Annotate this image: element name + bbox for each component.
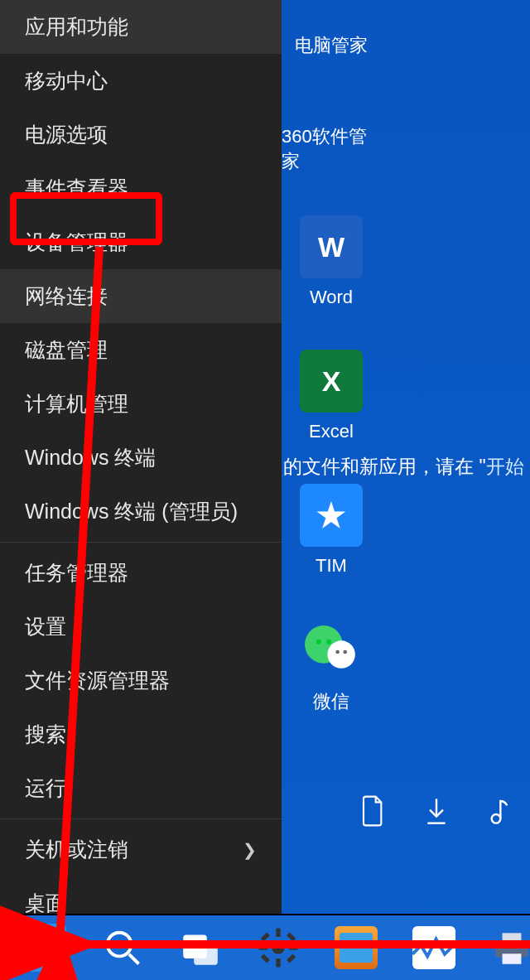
taskview-icon <box>179 926 222 969</box>
taskbar-taskview[interactable] <box>179 924 222 972</box>
svg-rect-13 <box>194 941 218 965</box>
menu-power-options[interactable]: 电源选项 <box>0 108 282 162</box>
svg-rect-15 <box>276 929 280 937</box>
svg-rect-17 <box>259 945 267 949</box>
start-link[interactable]: 开始 <box>486 456 524 477</box>
svg-rect-24 <box>503 933 522 943</box>
svg-rect-25 <box>503 953 522 963</box>
svg-rect-18 <box>289 945 297 949</box>
desktop-icon-label: 微信 <box>313 689 349 714</box>
menu-computer-management[interactable]: 计算机管理 <box>0 377 282 431</box>
taskbar <box>0 914 530 980</box>
menu-windows-terminal[interactable]: Windows 终端 <box>0 431 282 485</box>
system-tray <box>359 794 513 831</box>
menu-file-explorer[interactable]: 文件资源管理器 <box>0 654 282 707</box>
desktop-icon-tim[interactable]: ★ TIM <box>282 484 381 577</box>
menu-windows-terminal-admin[interactable]: Windows 终端 (管理员) <box>0 485 282 538</box>
desktop-icon-label: TIM <box>316 555 347 577</box>
svg-rect-21 <box>261 953 270 963</box>
desktop-icon-pcmanager[interactable]: 电脑管家 <box>282 0 381 58</box>
app-icon <box>335 926 378 969</box>
menu-task-manager[interactable]: 任务管理器 <box>0 546 282 600</box>
desktop-icon-label: Excel <box>309 421 354 442</box>
svg-rect-9 <box>26 950 43 967</box>
svg-point-4 <box>335 650 340 654</box>
menu-mobility-center[interactable]: 移动中心 <box>0 54 282 108</box>
chevron-right-icon: ❯ <box>243 840 257 860</box>
word-icon: W <box>318 231 344 263</box>
svg-point-14 <box>272 941 285 954</box>
svg-rect-19 <box>261 932 270 941</box>
svg-rect-16 <box>276 958 280 967</box>
search-icon <box>101 926 144 969</box>
desktop-icon-wechat[interactable]: 微信 <box>282 618 381 714</box>
svg-point-2 <box>316 640 321 644</box>
monitor-icon <box>412 926 455 969</box>
menu-search[interactable]: 搜索 <box>0 707 282 761</box>
desktop-icon-word[interactable]: W Word <box>282 215 381 308</box>
menu-settings[interactable]: 设置 <box>0 600 282 654</box>
menu-device-manager[interactable]: 设备管理器 <box>0 215 282 269</box>
svg-rect-7 <box>26 929 43 946</box>
svg-point-6 <box>492 814 501 823</box>
menu-disk-management[interactable]: 磁盘管理 <box>0 323 282 377</box>
svg-rect-8 <box>47 929 64 946</box>
winx-context-menu: 应用和功能 移动中心 电源选项 事件查看器 设备管理器 网络连接 磁盘管理 计算… <box>0 0 282 942</box>
svg-point-3 <box>326 640 331 644</box>
gear-icon <box>257 926 300 969</box>
taskbar-app-2[interactable] <box>412 924 455 972</box>
menu-network-connections[interactable]: 网络连接 <box>0 269 282 323</box>
start-button[interactable] <box>23 924 66 972</box>
menu-separator <box>0 542 282 543</box>
menu-apps-features[interactable]: 应用和功能 <box>0 0 282 54</box>
windows-icon <box>23 926 66 969</box>
desktop-icon-excel[interactable]: X Excel <box>282 350 381 442</box>
wechat-icon <box>300 618 363 681</box>
desktop-icon-label: Word <box>310 287 353 308</box>
printer-icon <box>490 926 530 969</box>
svg-point-5 <box>343 650 347 654</box>
svg-rect-20 <box>287 953 296 963</box>
file-icon[interactable] <box>359 794 388 831</box>
menu-shutdown[interactable]: 关机或注销 ❯ <box>0 823 282 876</box>
svg-rect-10 <box>47 950 64 967</box>
svg-point-11 <box>108 933 132 957</box>
taskbar-settings[interactable] <box>257 924 300 972</box>
tim-icon: ★ <box>316 496 346 534</box>
desktop-icon-360[interactable]: 360软件管家 <box>282 53 381 174</box>
menu-separator <box>0 818 282 819</box>
taskbar-search[interactable] <box>101 924 144 972</box>
desktop-icon-label: 360软件管家 <box>282 124 381 174</box>
menu-run[interactable]: 运行 <box>0 761 282 815</box>
svg-point-1 <box>327 640 354 668</box>
svg-rect-22 <box>287 932 296 941</box>
desktop-hint-text: 的文件和新应用，请在 "开始 <box>283 454 524 480</box>
taskbar-app-1[interactable] <box>335 924 378 972</box>
music-icon[interactable] <box>485 794 513 831</box>
taskbar-app-3[interactable] <box>490 924 530 972</box>
excel-icon: X <box>322 365 341 398</box>
download-icon[interactable] <box>422 794 450 831</box>
menu-event-viewer[interactable]: 事件查看器 <box>0 162 282 215</box>
